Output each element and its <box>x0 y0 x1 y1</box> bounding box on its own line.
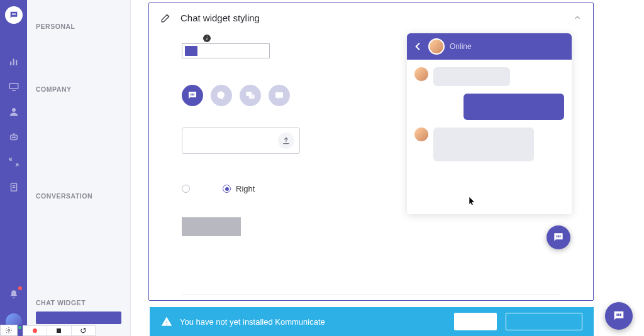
svg-rect-1 <box>13 13 14 15</box>
svg-rect-27 <box>620 313 621 316</box>
preview-header: Online <box>407 33 572 60</box>
svg-rect-0 <box>12 13 13 15</box>
incoming-bubble <box>433 67 510 86</box>
bell-icon[interactable] <box>7 288 21 301</box>
reset-button[interactable]: ↺ <box>71 326 95 335</box>
incoming-bubble <box>433 127 534 161</box>
svg-rect-24 <box>560 236 561 237</box>
bar-chart-icon[interactable] <box>7 55 21 68</box>
sidebar-heading-company: COMPANY <box>36 85 121 93</box>
chevron-up-icon[interactable] <box>573 13 582 22</box>
icon-option-overlap[interactable] <box>240 85 261 106</box>
color-swatch <box>185 46 197 56</box>
screen-recorder-controls: ↺ <box>23 325 96 336</box>
back-icon <box>413 41 423 51</box>
record-button[interactable] <box>23 326 47 335</box>
svg-rect-2 <box>14 13 15 15</box>
record-dot-icon <box>33 328 37 333</box>
gear-icon <box>5 327 13 334</box>
preview-body <box>407 60 572 214</box>
install-banner: You have not yet installed Kommunicate <box>150 307 594 336</box>
banner-secondary-button[interactable] <box>506 313 582 330</box>
styling-card: Chat widget styling i <box>148 3 594 301</box>
card-title: Chat widget styling <box>180 13 573 23</box>
svg-point-11 <box>14 137 15 138</box>
position-right-label: Right <box>236 184 255 193</box>
banner-message: You have not yet installed Kommunicate <box>180 317 325 327</box>
main-content: Chat widget styling i <box>131 0 644 336</box>
position-right-radio[interactable]: Right <box>223 184 255 193</box>
nav-rail <box>0 0 27 336</box>
bot-icon[interactable] <box>7 130 21 144</box>
svg-rect-21 <box>275 92 283 98</box>
banner-primary-button[interactable] <box>454 313 497 330</box>
info-icon[interactable]: i <box>203 35 211 42</box>
incoming-message <box>414 67 564 86</box>
settings-gear-button[interactable] <box>0 325 18 336</box>
card-header[interactable]: Chat widget styling <box>149 3 593 32</box>
notification-dot <box>18 286 22 290</box>
settings-sidebar: PERSONAL COMPANY CONVERSATION CHAT WIDGE… <box>27 0 131 336</box>
svg-rect-23 <box>558 236 559 237</box>
position-radio-group: Right <box>182 184 377 193</box>
svg-rect-6 <box>9 84 18 89</box>
svg-rect-16 <box>191 94 192 95</box>
svg-rect-5 <box>16 60 17 65</box>
sidebar-active-item[interactable] <box>36 312 121 324</box>
icon-option-bubble[interactable] <box>211 85 232 106</box>
custom-icon-upload[interactable] <box>182 127 300 154</box>
svg-rect-3 <box>10 62 11 65</box>
upload-icon[interactable] <box>278 133 294 149</box>
incoming-message-2 <box>414 127 564 161</box>
svg-point-28 <box>8 330 10 332</box>
svg-rect-25 <box>616 313 618 316</box>
svg-point-8 <box>12 108 16 112</box>
agent-status: Online <box>450 42 472 51</box>
chat-launcher-button[interactable] <box>605 302 633 330</box>
app-logo[interactable] <box>5 6 23 24</box>
sidebar-heading-conversation: CONVERSATION <box>36 192 121 200</box>
outgoing-message <box>414 94 564 120</box>
collapse-icon[interactable] <box>7 155 21 169</box>
svg-point-10 <box>12 137 13 138</box>
settings-column: i <box>182 32 377 249</box>
icon-option-bars[interactable] <box>182 85 203 106</box>
position-left-radio[interactable] <box>182 185 195 193</box>
chat-widget-preview: Online <box>407 33 572 214</box>
svg-rect-26 <box>618 313 619 316</box>
stop-button[interactable] <box>47 326 70 335</box>
msg-avatar <box>414 67 428 81</box>
monitor-icon[interactable] <box>7 80 21 94</box>
launcher-icon-options <box>182 85 377 106</box>
card-divider <box>182 295 560 295</box>
icon-option-rect[interactable] <box>269 85 290 106</box>
primary-color-input[interactable] <box>182 43 270 58</box>
svg-rect-22 <box>557 236 558 237</box>
svg-rect-18 <box>194 94 195 95</box>
stop-icon <box>57 328 61 333</box>
sidebar-heading-chatwidget: CHAT WIDGET <box>36 299 121 306</box>
svg-rect-17 <box>192 94 193 95</box>
warning-icon <box>161 316 172 327</box>
clipboard-icon[interactable] <box>7 180 21 194</box>
msg-avatar <box>414 127 428 141</box>
agent-avatar <box>428 38 445 55</box>
pencil-icon <box>160 12 172 23</box>
secondary-color-block[interactable] <box>182 217 241 236</box>
reset-icon: ↺ <box>80 326 87 335</box>
preview-column: Online <box>407 32 572 249</box>
svg-rect-20 <box>249 95 255 99</box>
preview-launcher <box>547 225 570 249</box>
outgoing-bubble <box>464 94 564 120</box>
svg-rect-4 <box>13 59 14 66</box>
user-icon[interactable] <box>7 105 21 119</box>
sidebar-heading-personal: PERSONAL <box>36 23 121 30</box>
